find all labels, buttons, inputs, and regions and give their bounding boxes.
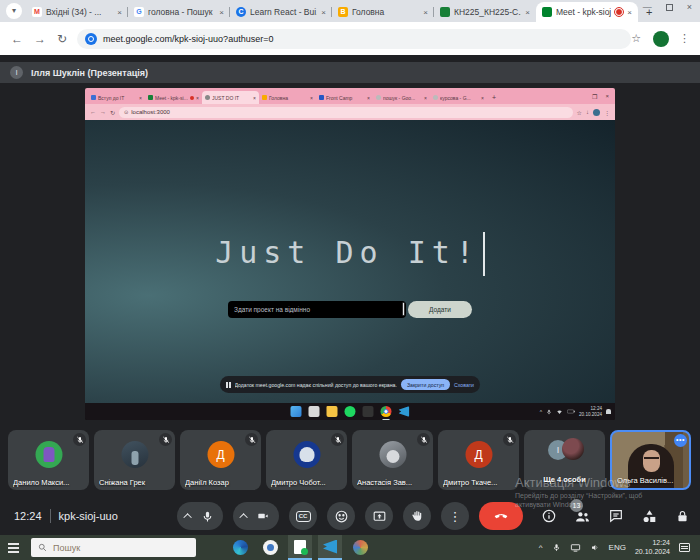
profile-avatar[interactable] [653, 31, 669, 47]
address-bar[interactable]: meet.google.com/kpk-sioj-uuo?authuser=0 [77, 29, 631, 49]
browser-app-icon[interactable] [348, 535, 372, 560]
close-icon[interactable]: × [310, 95, 313, 101]
activities-button[interactable] [641, 508, 658, 525]
taskbar-clock[interactable]: 12:24 20.10.2024 [635, 539, 670, 556]
forward-button[interactable]: → [34, 32, 46, 46]
close-icon[interactable]: × [525, 8, 530, 17]
close-icon[interactable]: × [423, 8, 428, 17]
hide-button[interactable]: Сховати [454, 382, 474, 388]
back-button[interactable]: ← [90, 109, 96, 115]
participant-tile[interactable]: Анастасія Зав... [352, 430, 433, 490]
camera-button[interactable] [233, 502, 279, 530]
tray-chevron-icon[interactable]: ^ [539, 543, 543, 552]
tab-learn-react[interactable]: C Learn React - Bui... × [230, 2, 332, 22]
chat-button[interactable] [608, 508, 624, 524]
close-icon[interactable]: × [321, 8, 326, 17]
tray-chevron-icon[interactable]: ^ [540, 409, 542, 415]
close-icon[interactable]: × [196, 95, 199, 101]
tab-sheet[interactable]: КН225_КН225-С... × [434, 2, 536, 22]
shared-screen[interactable]: Вступ до ІТ × Meet - kpk-si... × JUST DO… [85, 88, 615, 420]
shared-tab[interactable]: Головна × [259, 91, 316, 104]
folder-icon[interactable] [327, 406, 338, 417]
close-icon[interactable]: × [627, 8, 632, 17]
participant-tile[interactable]: Дмитро Чобот... [266, 430, 347, 490]
participant-name: Данило Макси... [13, 478, 86, 487]
tile-menu-icon[interactable]: ••• [674, 434, 687, 447]
close-icon[interactable]: × [481, 95, 484, 101]
end-call-button[interactable] [479, 502, 523, 530]
more-options-button[interactable]: ⋮ [441, 502, 469, 530]
shared-tab-active[interactable]: JUST DO IT × [202, 91, 259, 104]
screen: ▾ M Вхідні (34) - ... × G головна - Пошу… [0, 0, 700, 560]
tray-mic-icon[interactable] [552, 543, 561, 552]
taskbar-search[interactable]: Пошук [31, 538, 196, 557]
shared-tab[interactable]: курсова - G... × [430, 91, 487, 104]
add-todo-button[interactable]: Додати [408, 301, 472, 318]
host-controls-button[interactable] [675, 509, 690, 524]
tray-volume-icon[interactable] [590, 543, 600, 552]
close-icon[interactable]: × [139, 95, 142, 101]
shared-tab[interactable]: Front Camp × [316, 91, 373, 104]
shared-tab[interactable]: пошук - Goo... × [373, 91, 430, 104]
participant-tile[interactable]: Д Дмитро Ткаче... [438, 430, 519, 490]
language-indicator[interactable]: ENG [609, 543, 626, 552]
people-button[interactable]: 13 [574, 508, 591, 525]
tray-network-icon[interactable] [570, 543, 581, 552]
reload-button[interactable]: ↻ [57, 32, 67, 46]
meeting-details-button[interactable] [541, 508, 557, 524]
recorder-app-icon[interactable] [288, 535, 312, 560]
bookmark-star-icon[interactable]: ☆ [577, 109, 582, 116]
stop-sharing-button[interactable]: Закрити доступ [401, 379, 450, 390]
file-explorer-icon[interactable] [309, 406, 320, 417]
browser-menu-icon[interactable]: ⋮ [604, 109, 610, 116]
participant-tile[interactable]: Данило Макси... [8, 430, 89, 490]
notification-center-icon[interactable] [679, 543, 690, 552]
address-bar[interactable]: ⊙ localhost:3000 [119, 107, 573, 118]
tab-google-search[interactable]: G головна - Пошук × [128, 2, 230, 22]
vscode-icon[interactable] [399, 406, 410, 417]
present-button[interactable] [365, 502, 393, 530]
shared-tab[interactable]: Вступ до ІТ × [88, 91, 145, 104]
todo-input[interactable] [228, 301, 406, 318]
app-icon[interactable] [258, 535, 282, 560]
participant-tile[interactable]: Д Даніїл Козар [180, 430, 261, 490]
tab-meet[interactable]: Meet - kpk-sioj-uuo × [536, 2, 638, 22]
mic-options-icon[interactable] [183, 513, 191, 521]
self-video-tile[interactable]: ••• Ольга Василів... [610, 430, 691, 490]
close-window-button[interactable]: × [605, 93, 609, 100]
tab-gmail[interactable]: M Вхідні (34) - ... × [26, 2, 128, 22]
terminal-icon[interactable] [363, 406, 374, 417]
start-icon[interactable] [291, 406, 302, 417]
start-button[interactable] [8, 543, 19, 553]
reactions-button[interactable] [327, 502, 355, 530]
spotify-icon[interactable] [345, 406, 356, 417]
participant-tile[interactable]: Сніжана Грек [94, 430, 175, 490]
close-icon[interactable]: × [117, 8, 122, 17]
close-icon[interactable]: × [253, 95, 256, 101]
close-window-button[interactable]: × [687, 2, 692, 12]
edge-icon[interactable] [228, 535, 252, 560]
shared-tab[interactable]: Meet - kpk-si... × [145, 91, 202, 104]
restore-button[interactable] [666, 4, 673, 11]
captions-button[interactable]: CC [289, 502, 317, 530]
vscode-icon[interactable] [318, 535, 342, 560]
restore-button[interactable]: ❐ [592, 93, 597, 100]
forward-button[interactable]: → [100, 109, 106, 115]
back-button[interactable]: ← [11, 32, 23, 46]
tab-search-icon[interactable]: ▾ [6, 3, 22, 19]
reload-button[interactable]: ↻ [110, 109, 115, 116]
raise-hand-button[interactable] [403, 502, 431, 530]
close-icon[interactable]: × [219, 8, 224, 17]
mic-button[interactable] [177, 502, 223, 530]
close-icon[interactable]: × [367, 95, 370, 101]
camera-options-icon[interactable] [239, 513, 247, 521]
tab-home[interactable]: B Головна × [332, 2, 434, 22]
bookmark-star-icon[interactable]: ☆ [631, 32, 641, 45]
browser-menu-icon[interactable]: ⋮ [679, 32, 690, 45]
minimize-button[interactable]: — [643, 2, 652, 12]
chrome-icon[interactable] [381, 406, 392, 417]
new-tab-button[interactable]: + [492, 94, 496, 101]
more-people-tile[interactable]: І Ще 4 особи [524, 430, 605, 490]
download-icon[interactable]: ↓ [586, 109, 589, 115]
close-icon[interactable]: × [424, 95, 427, 101]
